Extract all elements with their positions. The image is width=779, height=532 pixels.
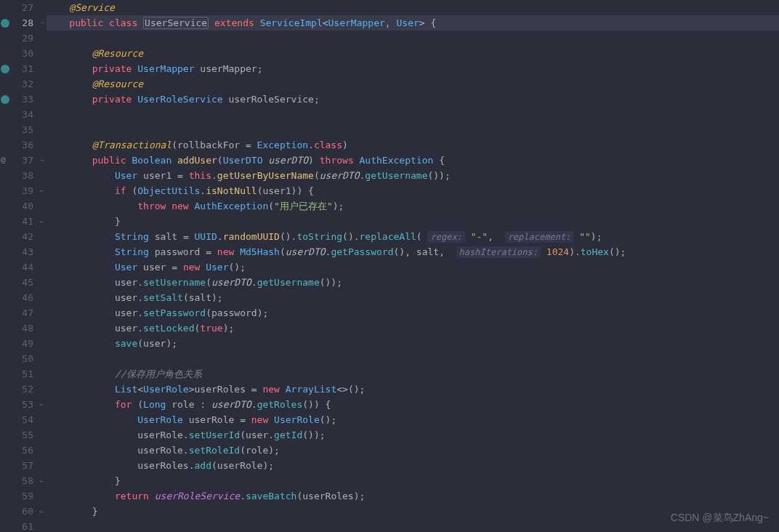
code-line[interactable]: user.setLocked(true); [47, 321, 779, 336]
line-number[interactable]: 54 [10, 412, 33, 427]
code-line[interactable]: User user1 = this.getUserByUserName(user… [47, 168, 779, 183]
code-line[interactable]: return userRoleService.saveBatch(userRol… [47, 488, 779, 504]
line-number[interactable]: 53 [10, 397, 33, 412]
line-number[interactable]: 28 [10, 15, 33, 31]
fold-toggle[interactable] [38, 488, 47, 504]
line-number[interactable]: 45 [10, 275, 33, 290]
fold-toggle[interactable] [38, 427, 47, 443]
line-number[interactable]: 56 [10, 443, 33, 458]
code-line[interactable]: user.setPassword(password); [47, 305, 779, 321]
line-number[interactable]: 29 [10, 31, 33, 46]
code-line[interactable]: user.setSalt(salt); [47, 290, 779, 305]
line-number[interactable]: 30 [10, 46, 33, 61]
fold-toggle[interactable] [38, 412, 47, 427]
line-number[interactable]: 46 [10, 290, 33, 305]
line-number[interactable]: 48 [10, 321, 33, 336]
code-line[interactable]: public class UserService extends Service… [47, 15, 779, 31]
line-number[interactable]: 60 [10, 504, 33, 519]
code-line[interactable]: @Service [47, 0, 779, 15]
line-number[interactable]: 31 [10, 61, 33, 76]
code-line[interactable]: String password = new Md5Hash(userDTO.ge… [47, 244, 779, 259]
line-number[interactable]: 59 [10, 488, 33, 504]
fold-toggle[interactable]: ⌐ [38, 183, 47, 198]
fold-toggle[interactable] [38, 107, 47, 122]
code-line[interactable]: } [47, 214, 779, 229]
code-line[interactable]: user.setUsername(userDTO.getUsername()); [47, 275, 779, 290]
code-line[interactable]: userRoles.add(userRole); [47, 458, 779, 473]
code-line[interactable]: private UserRoleService userRoleService; [47, 92, 779, 107]
fold-gutter[interactable]: −−⌐⌙⌐⌙⌙ [38, 0, 47, 532]
fold-toggle[interactable] [38, 31, 47, 46]
line-number[interactable]: 50 [10, 351, 33, 366]
code-line[interactable] [47, 31, 779, 46]
line-number-gutter[interactable]: 2728293031323334353637383940414243444546… [10, 0, 38, 532]
fold-toggle[interactable] [38, 168, 47, 183]
fold-toggle[interactable] [38, 336, 47, 351]
fold-toggle[interactable] [38, 92, 47, 107]
line-number[interactable]: 35 [10, 122, 33, 137]
line-number[interactable]: 27 [10, 0, 33, 15]
code-line[interactable]: public Boolean addUser(UserDTO userDTO) … [47, 153, 779, 168]
code-line[interactable]: //保存用户角色关系 [47, 366, 779, 382]
code-line[interactable] [47, 122, 779, 137]
code-line[interactable]: for (Long role : userDTO.getRoles()) { [47, 397, 779, 412]
code-line[interactable]: } [47, 473, 779, 488]
line-number[interactable]: 47 [10, 305, 33, 321]
fold-toggle[interactable] [38, 61, 47, 76]
bean-icon[interactable] [1, 65, 9, 73]
fold-toggle[interactable]: ⌙ [38, 214, 47, 229]
line-number[interactable]: 55 [10, 427, 33, 443]
fold-toggle[interactable] [38, 198, 47, 214]
code-line[interactable]: UserRole userRole = new UserRole(); [47, 412, 779, 427]
line-number[interactable]: 39 [10, 183, 33, 198]
fold-toggle[interactable]: ⌐ [38, 397, 47, 412]
code-line[interactable]: User user = new User(); [47, 259, 779, 275]
line-number[interactable]: 33 [10, 92, 33, 107]
fold-toggle[interactable] [38, 305, 47, 321]
line-number[interactable]: 43 [10, 244, 33, 259]
line-number[interactable]: 41 [10, 214, 33, 229]
line-number[interactable]: 42 [10, 229, 33, 244]
bean-icon[interactable] [1, 95, 9, 104]
at-icon[interactable]: @ [1, 155, 6, 164]
code-editor[interactable]: @ 27282930313233343536373839404142434445… [0, 0, 779, 532]
fold-toggle[interactable] [38, 76, 47, 92]
code-line[interactable]: @Transactional(rollbackFor = Exception.c… [47, 137, 779, 153]
fold-toggle[interactable]: ⌙ [38, 504, 47, 519]
fold-toggle[interactable] [38, 351, 47, 366]
code-line[interactable]: throw new AuthException("用户已存在"); [47, 198, 779, 214]
fold-toggle[interactable] [38, 382, 47, 397]
line-number[interactable]: 32 [10, 76, 33, 92]
line-number[interactable]: 49 [10, 336, 33, 351]
fold-toggle[interactable] [38, 275, 47, 290]
code-line[interactable]: String salt = UUID.randomUUID().toString… [47, 229, 779, 244]
line-number[interactable]: 52 [10, 382, 33, 397]
code-line[interactable]: List<UserRole>userRoles = new ArrayList<… [47, 382, 779, 397]
fold-toggle[interactable]: − [38, 153, 47, 168]
code-line[interactable]: if (ObjectUtils.isNotNull(user1)) { [47, 183, 779, 198]
fold-toggle[interactable] [38, 443, 47, 458]
fold-toggle[interactable] [38, 137, 47, 153]
code-line[interactable] [47, 351, 779, 366]
code-line[interactable] [47, 107, 779, 122]
fold-toggle[interactable]: − [38, 15, 47, 31]
fold-toggle[interactable] [38, 366, 47, 382]
line-number[interactable]: 44 [10, 259, 33, 275]
code-line[interactable]: @Resource [47, 76, 779, 92]
fold-toggle[interactable] [38, 290, 47, 305]
fold-toggle[interactable] [38, 0, 47, 15]
line-number[interactable]: 61 [10, 519, 33, 532]
fold-toggle[interactable]: ⌙ [38, 473, 47, 488]
line-number[interactable]: 38 [10, 168, 33, 183]
line-number[interactable]: 58 [10, 473, 33, 488]
code-line[interactable]: userRole.setRoleId(role); [47, 443, 779, 458]
fold-toggle[interactable] [38, 244, 47, 259]
bean-icon[interactable] [1, 19, 9, 28]
line-number[interactable]: 57 [10, 458, 33, 473]
line-number[interactable]: 51 [10, 366, 33, 382]
fold-toggle[interactable] [38, 229, 47, 244]
fold-toggle[interactable] [38, 519, 47, 532]
fold-toggle[interactable] [38, 259, 47, 275]
code-line[interactable]: } [47, 504, 779, 519]
fold-toggle[interactable] [38, 46, 47, 61]
